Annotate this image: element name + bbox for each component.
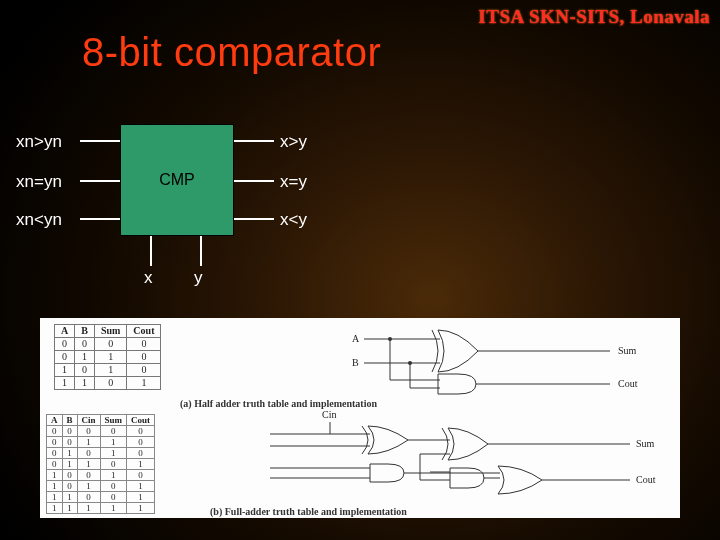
cmp-box: CMP xyxy=(120,124,234,236)
label-in-eq: xn=yn xyxy=(16,172,62,192)
org-label: ITSA SKN-SITS, Lonavala xyxy=(478,6,710,28)
half-adder-schematic: A B Sum Cout xyxy=(350,322,660,402)
half-hdr-B: B xyxy=(75,325,95,338)
half-adder-caption: (a) Half adder truth table and implement… xyxy=(180,398,377,409)
label-bottom-y: y xyxy=(194,268,203,288)
wire-out-eq xyxy=(234,180,274,182)
half-input-A: A xyxy=(352,333,360,344)
wire-y xyxy=(200,236,202,266)
comparator-diagram: CMP xn>yn xn=yn xn<yn x>y x=y x<y x y xyxy=(10,110,330,300)
full-output-cout: Cout xyxy=(636,474,656,485)
half-hdr-A: A xyxy=(55,325,75,338)
half-hdr-Cout: Cout xyxy=(127,325,161,338)
wire-in-gt xyxy=(80,140,120,142)
label-out-eq: x=y xyxy=(280,172,307,192)
full-output-sum: Sum xyxy=(636,438,655,449)
adder-figure-panel: A B Sum Cout 0000 0110 1010 1101 (a) Hal… xyxy=(40,318,680,518)
cmp-box-label: CMP xyxy=(159,171,195,189)
wire-in-lt xyxy=(80,218,120,220)
full-adder-schematic: Cin Sum xyxy=(270,410,670,510)
full-adder-truth-table: A B Cin Sum Cout 00000 00110 01010 01101… xyxy=(46,414,155,514)
slide-title: 8-bit comparator xyxy=(82,30,381,75)
half-input-B: B xyxy=(352,357,359,368)
full-input-cin: Cin xyxy=(322,409,336,420)
wire-in-eq xyxy=(80,180,120,182)
wire-out-lt xyxy=(234,218,274,220)
label-out-gt: x>y xyxy=(280,132,307,152)
label-bottom-x: x xyxy=(144,268,153,288)
wire-out-gt xyxy=(234,140,274,142)
half-adder-truth-table: A B Sum Cout 0000 0110 1010 1101 xyxy=(54,324,161,390)
label-out-lt: x<y xyxy=(280,210,307,230)
label-in-gt: xn>yn xyxy=(16,132,62,152)
slide: ITSA SKN-SITS, Lonavala 8-bit comparator… xyxy=(0,0,720,540)
half-output-cout: Cout xyxy=(618,378,638,389)
half-output-sum: Sum xyxy=(618,345,637,356)
half-hdr-Sum: Sum xyxy=(94,325,126,338)
wire-x xyxy=(150,236,152,266)
label-in-lt: xn<yn xyxy=(16,210,62,230)
